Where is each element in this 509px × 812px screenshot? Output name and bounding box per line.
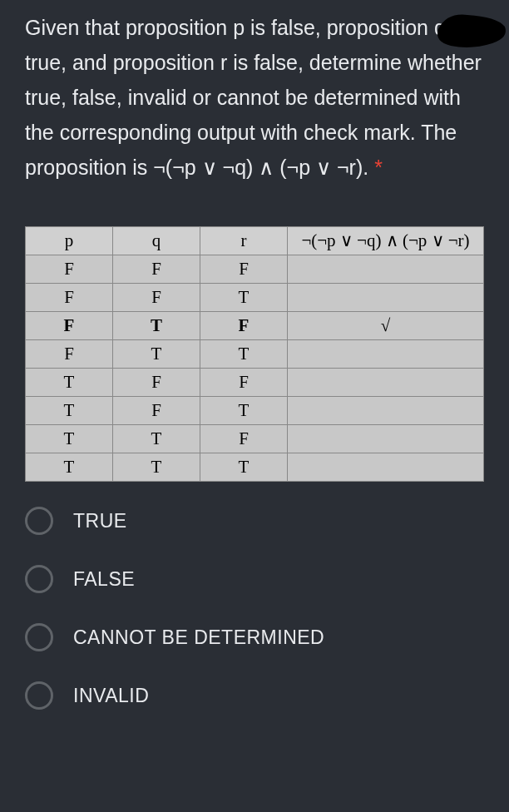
th-expr: ¬(¬p ∨ ¬q) ∧ (¬p ∨ ¬r)	[288, 227, 484, 255]
radio-icon	[25, 623, 53, 651]
table-cell: F	[26, 284, 113, 312]
table-row: FFT	[26, 284, 484, 312]
option-label: TRUE	[73, 510, 127, 532]
option-label: INVALID	[73, 685, 149, 707]
table-cell: T	[200, 453, 288, 482]
option-label: CANNOT BE DETERMINED	[73, 626, 324, 649]
table-cell: T	[26, 397, 113, 425]
required-asterisk: *	[374, 156, 383, 179]
th-p: p	[26, 227, 113, 255]
table-cell	[288, 453, 484, 482]
radio-icon	[25, 681, 53, 710]
redacted-marker	[430, 8, 509, 52]
table-cell: √	[288, 312, 484, 340]
table-cell: F	[113, 369, 200, 397]
table-cell: F	[113, 397, 200, 425]
option-cannot[interactable]: CANNOT BE DETERMINED	[25, 623, 484, 651]
table-cell: T	[113, 425, 200, 453]
th-q: q	[113, 227, 200, 255]
option-false[interactable]: FALSE	[25, 565, 484, 593]
table-cell	[288, 255, 484, 284]
table-row: TFT	[26, 397, 484, 425]
table-row: FTF√	[26, 312, 484, 340]
table-cell: F	[113, 284, 200, 312]
table-cell: T	[200, 284, 288, 312]
table-cell: F	[26, 255, 113, 284]
table-cell: T	[113, 312, 200, 340]
question-text: Given that proposition p is false, propo…	[25, 10, 484, 185]
table-cell: T	[200, 340, 288, 369]
table-cell: F	[200, 369, 288, 397]
table-cell: F	[200, 425, 288, 453]
table-row: TFF	[26, 369, 484, 397]
table-cell: T	[113, 340, 200, 369]
options-group: TRUEFALSECANNOT BE DETERMINEDINVALID	[25, 507, 484, 710]
table-cell: T	[26, 453, 113, 482]
table-row: FTT	[26, 340, 484, 369]
table-cell	[288, 340, 484, 369]
table-cell	[288, 284, 484, 312]
th-r: r	[200, 227, 288, 255]
table-cell: F	[26, 312, 113, 340]
table-cell	[288, 369, 484, 397]
table-cell: T	[26, 425, 113, 453]
table-cell: F	[200, 312, 288, 340]
radio-icon	[25, 507, 53, 535]
option-invalid[interactable]: INVALID	[25, 681, 484, 710]
table-cell: F	[113, 255, 200, 284]
option-label: FALSE	[73, 568, 135, 591]
table-cell: T	[26, 369, 113, 397]
question-body: Given that proposition p is false, propo…	[25, 16, 482, 179]
option-true[interactable]: TRUE	[25, 507, 484, 535]
table-header-row: p q r ¬(¬p ∨ ¬q) ∧ (¬p ∨ ¬r)	[26, 227, 484, 255]
table-cell	[288, 397, 484, 425]
table-cell: F	[26, 340, 113, 369]
table-row: FFF	[26, 255, 484, 284]
table-cell: T	[200, 397, 288, 425]
table-cell: T	[113, 453, 200, 482]
truth-table: p q r ¬(¬p ∨ ¬q) ∧ (¬p ∨ ¬r) FFFFFTFTF√F…	[25, 226, 484, 482]
table-cell: F	[200, 255, 288, 284]
table-row: TTF	[26, 425, 484, 453]
radio-icon	[25, 565, 53, 593]
table-row: TTT	[26, 453, 484, 482]
table-cell	[288, 425, 484, 453]
